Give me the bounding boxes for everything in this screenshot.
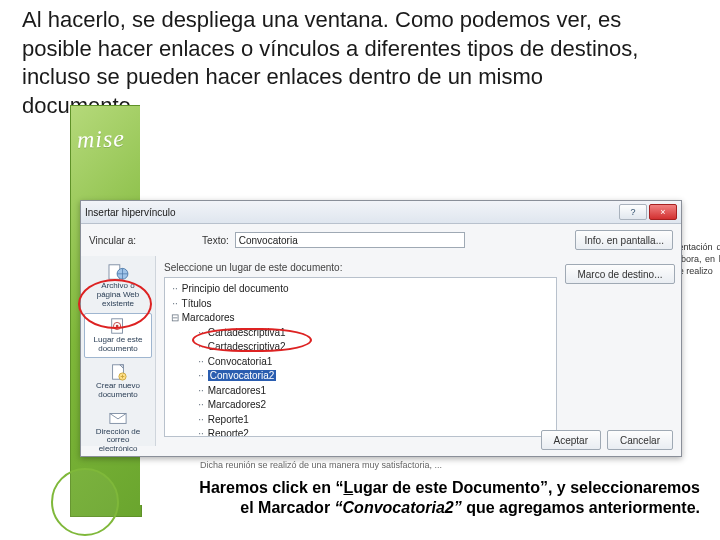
- text-label: Texto:: [202, 235, 229, 246]
- link-to-nav: Archivo opágina Webexistente Lugar de es…: [81, 256, 156, 446]
- background-doc-continuation: Dicha reunión se realizó de una manera m…: [200, 460, 650, 470]
- nav-label: correo: [107, 435, 130, 444]
- nav-label: Crear nuevo: [96, 381, 140, 390]
- tree-item[interactable]: Cartadescriptiva1: [208, 327, 286, 338]
- close-button[interactable]: ×: [649, 204, 677, 220]
- slide-caption: Haremos click en “Lugar de este Document…: [190, 478, 700, 518]
- help-button[interactable]: ?: [619, 204, 647, 220]
- document-places-tree[interactable]: ·· Principio del documento ·· Títulos ⊟ …: [164, 277, 557, 437]
- screen-tip-button[interactable]: Info. en pantalla...: [575, 230, 673, 250]
- nav-create-new-document[interactable]: Crear nuevodocumento: [84, 359, 152, 404]
- nav-label: Lugar de este: [94, 335, 143, 344]
- cancel-button[interactable]: Cancelar: [607, 430, 673, 450]
- dialog-button-row: Aceptar Cancelar: [541, 430, 674, 450]
- new-document-icon: [107, 363, 129, 381]
- caption-underline: L: [343, 479, 353, 496]
- caption-p3: que agregamos anteriormente.: [462, 499, 700, 516]
- svg-point-4: [116, 325, 119, 328]
- tree-header: Seleccione un lugar de este documento:: [164, 262, 557, 273]
- dialog-title: Insertar hipervínculo: [85, 207, 617, 218]
- target-frame-button[interactable]: Marco de destino...: [565, 264, 675, 284]
- link-to-label: Vincular a:: [89, 235, 136, 246]
- tree-item[interactable]: Reporte1: [208, 414, 249, 425]
- tree-item[interactable]: Convocatoria1: [208, 356, 272, 367]
- tree-item[interactable]: Cartadescriptiva2: [208, 341, 286, 352]
- ribbon-text: mise: [77, 125, 126, 154]
- globe-page-icon: [107, 263, 129, 281]
- nav-label: existente: [102, 299, 134, 308]
- dialog-right-panel: Marco de destino...: [565, 256, 681, 446]
- document-target-icon: [107, 317, 129, 335]
- tree-item[interactable]: Marcadores2: [208, 399, 266, 410]
- nav-email-address[interactable]: Dirección decorreoelectrónico: [84, 405, 152, 458]
- nav-existing-file[interactable]: Archivo opágina Webexistente: [84, 259, 152, 312]
- tree-item[interactable]: Reporte2: [208, 428, 249, 437]
- dialog-center-panel: Seleccione un lugar de este documento: ·…: [156, 256, 565, 446]
- tree-bookmarks[interactable]: Marcadores: [182, 312, 235, 323]
- nav-place-in-document[interactable]: Lugar de estedocumento: [84, 313, 152, 358]
- text-to-display-input[interactable]: [235, 232, 465, 248]
- ok-button[interactable]: Aceptar: [541, 430, 601, 450]
- insert-hyperlink-dialog: Insertar hipervínculo ? × Vincular a: Te…: [80, 200, 682, 457]
- tree-top[interactable]: Principio del documento: [182, 283, 289, 294]
- dialog-titlebar[interactable]: Insertar hipervínculo ? ×: [81, 201, 681, 224]
- tree-item[interactable]: Marcadores1: [208, 385, 266, 396]
- nav-label: electrónico: [99, 444, 138, 453]
- caption-italic: “Convocatoria2”: [335, 499, 462, 516]
- intro-paragraph: Al hacerlo, se despliega una ventana. Co…: [22, 6, 662, 120]
- ribbon-circle-decoration: [51, 468, 119, 536]
- caption-p1: Haremos click en “: [199, 479, 343, 496]
- nav-label: Archivo o: [101, 281, 134, 290]
- nav-label: documento: [98, 344, 138, 353]
- envelope-icon: [107, 409, 129, 427]
- nav-label: Dirección de: [96, 427, 140, 436]
- dialog-top-row: Vincular a: Texto: Info. en pantalla...: [81, 224, 681, 256]
- tree-titles[interactable]: Títulos: [182, 298, 212, 309]
- tree-item-selected[interactable]: Convocatoria2: [208, 370, 276, 381]
- nav-label: página Web: [97, 290, 140, 299]
- nav-label: documento: [98, 390, 138, 399]
